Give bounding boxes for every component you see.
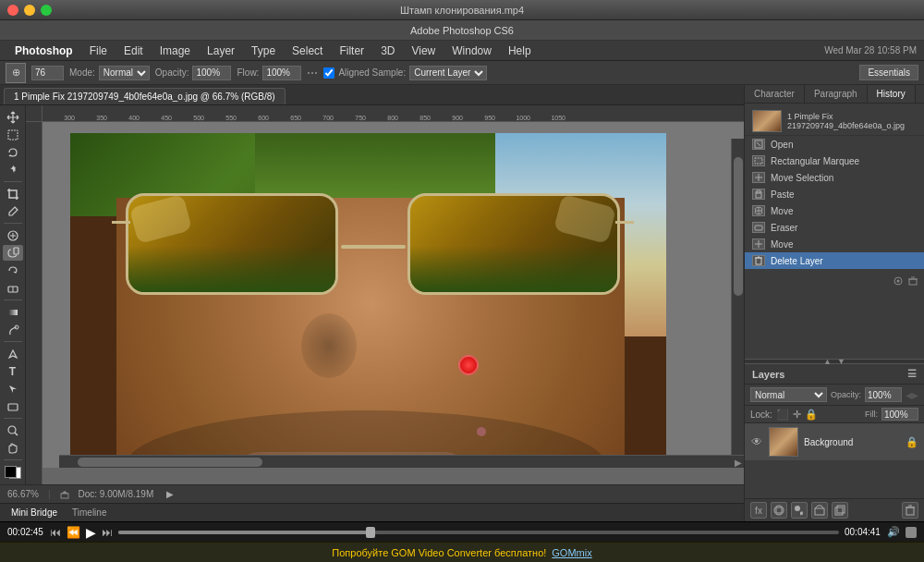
layer-background[interactable]: 👁 Background 🔒 (745, 423, 924, 461)
trash-icon[interactable] (907, 276, 918, 286)
menu-select[interactable]: Select (285, 43, 330, 59)
tool-type[interactable]: T (3, 363, 23, 379)
lock-all-icon[interactable]: 🔒 (805, 409, 818, 421)
gom-play-button[interactable]: ▶ (86, 525, 96, 540)
opacity-input[interactable] (192, 66, 231, 80)
tool-gradient[interactable] (3, 304, 23, 320)
tab-mini-bridge[interactable]: Mini Bridge (6, 506, 63, 519)
close-button[interactable] (7, 5, 18, 16)
aligned-checkbox[interactable] (323, 67, 334, 79)
sample-select[interactable]: Current Layer (409, 66, 487, 80)
canvas-wrapper[interactable]: 300 350 400 450 500 550 600 650 700 750 … (26, 105, 744, 484)
history-item-delete-layer[interactable]: Delete Layer (745, 252, 924, 269)
menu-file[interactable]: File (82, 43, 115, 59)
layer-adjustment-button[interactable] (791, 502, 808, 519)
tab-properties[interactable]: Properties (916, 85, 924, 103)
maximize-button[interactable] (41, 5, 52, 16)
menu-image[interactable]: Image (152, 43, 198, 59)
opacity-input-layers[interactable] (865, 387, 902, 402)
opacity-label: Opacity: (155, 67, 189, 78)
menu-view[interactable]: View (404, 43, 443, 59)
layers-bottom-bar: fx (745, 498, 924, 521)
history-item-open[interactable]: Open (745, 136, 924, 153)
vertical-scrollbar[interactable] (731, 139, 744, 455)
tab-timeline[interactable]: Timeline (67, 506, 112, 519)
menu-help[interactable]: Help (501, 43, 539, 59)
tool-shape[interactable] (3, 398, 23, 414)
tool-clone-stamp[interactable] (3, 245, 23, 261)
history-item-rect-marquee[interactable]: Rectangular Marquee (745, 153, 924, 169)
delete-layer-button[interactable] (902, 502, 918, 519)
svg-rect-14 (755, 158, 762, 164)
layer-mask-button[interactable] (771, 502, 787, 519)
gom-progress-bar[interactable] (118, 531, 839, 534)
menu-3d[interactable]: 3D (373, 43, 402, 59)
tool-path-select[interactable] (3, 381, 23, 397)
tool-pen[interactable] (3, 346, 23, 361)
brush-size-input[interactable] (31, 66, 64, 80)
flow-input[interactable] (262, 66, 301, 80)
gom-progress-thumb[interactable] (366, 527, 375, 538)
history-item-move2[interactable]: Move (745, 236, 924, 252)
gom-volume-icon[interactable]: 🔊 (887, 526, 900, 539)
horizontal-scrollbar[interactable]: ▶ (59, 455, 744, 468)
play-icon[interactable]: ▶ (166, 489, 174, 499)
history-item-move[interactable]: Move (745, 202, 924, 219)
lock-position-icon[interactable]: ✛ (793, 409, 801, 421)
tab-paragraph[interactable]: Paragraph (805, 85, 868, 103)
tab-character[interactable]: Character (745, 85, 805, 103)
blend-mode-select[interactable]: Normal (750, 387, 827, 402)
lock-pixels-icon[interactable]: ⬛ (776, 409, 789, 421)
tool-rectangular-marquee[interactable] (3, 127, 23, 142)
minimize-button[interactable] (24, 5, 35, 16)
opacity-scrubby-icon[interactable]: ◂▸ (906, 387, 918, 402)
tab-history[interactable]: History (868, 85, 916, 103)
new-layer-button[interactable] (832, 502, 848, 519)
create-snapshot-icon[interactable] (893, 276, 904, 286)
mode-select[interactable]: Normal (99, 66, 150, 80)
play-control[interactable]: ▶ (166, 489, 174, 499)
svg-marker-11 (61, 491, 68, 494)
tool-lasso[interactable] (3, 144, 23, 160)
fill-input[interactable] (881, 408, 918, 421)
snapshot-thumb (752, 110, 782, 132)
airbrush-icon[interactable]: ⋯ (307, 67, 318, 79)
menu-type[interactable]: Type (244, 43, 283, 59)
menu-filter[interactable]: Filter (332, 43, 371, 59)
gom-next-button[interactable]: ⏭ (102, 526, 113, 539)
history-snapshot[interactable]: 1 Pimple Fix 2197209749_4b0fe64e0a_o.jpg (745, 107, 924, 136)
tool-move[interactable] (3, 109, 23, 125)
menu-layer[interactable]: Layer (200, 43, 242, 59)
gom-settings-icon[interactable] (906, 527, 917, 538)
vertical-scrollbar-thumb[interactable] (734, 157, 743, 296)
history-item-move-sel[interactable]: Move Selection (745, 169, 924, 186)
document-tab-active[interactable]: 1 Pimple Fix 2197209749_4b0fe64e0a_o.jpg… (4, 88, 286, 104)
layer-visibility-icon[interactable]: 👁 (750, 435, 763, 448)
gom-prev-button[interactable]: ⏮ (50, 526, 61, 539)
left-toolbar: T (0, 105, 26, 484)
layer-group-button[interactable] (811, 502, 828, 519)
gom-promo-link[interactable]: GOMmix (552, 547, 591, 558)
tool-history-brush[interactable] (3, 263, 23, 278)
tool-hand[interactable] (3, 440, 23, 456)
tool-zoom[interactable] (3, 422, 23, 438)
color-swatch[interactable] (5, 466, 21, 479)
gom-rewind-button[interactable]: ⏪ (67, 526, 80, 539)
history-item-paste[interactable]: Paste (745, 186, 924, 202)
horizontal-scrollbar-thumb[interactable] (78, 458, 262, 467)
tool-dodge[interactable] (3, 322, 23, 337)
play-button-canvas[interactable]: ▶ (735, 457, 742, 467)
menu-photoshop[interactable]: Photoshop (7, 43, 80, 59)
tool-crop[interactable] (3, 186, 23, 202)
history-item-eraser[interactable]: Eraser (745, 219, 924, 236)
menu-edit[interactable]: Edit (116, 43, 151, 59)
layers-menu-icon[interactable]: ☰ (907, 368, 917, 380)
tool-eyedropper[interactable] (3, 203, 23, 219)
tool-eraser[interactable] (3, 280, 23, 296)
layer-fx-button[interactable]: fx (750, 502, 767, 519)
essentials-button[interactable]: Essentials (859, 65, 918, 80)
menu-window[interactable]: Window (444, 43, 499, 59)
tool-magic-wand[interactable] (3, 162, 23, 177)
canvas[interactable]: ▶ (43, 122, 744, 468)
tool-heal[interactable] (3, 227, 23, 243)
